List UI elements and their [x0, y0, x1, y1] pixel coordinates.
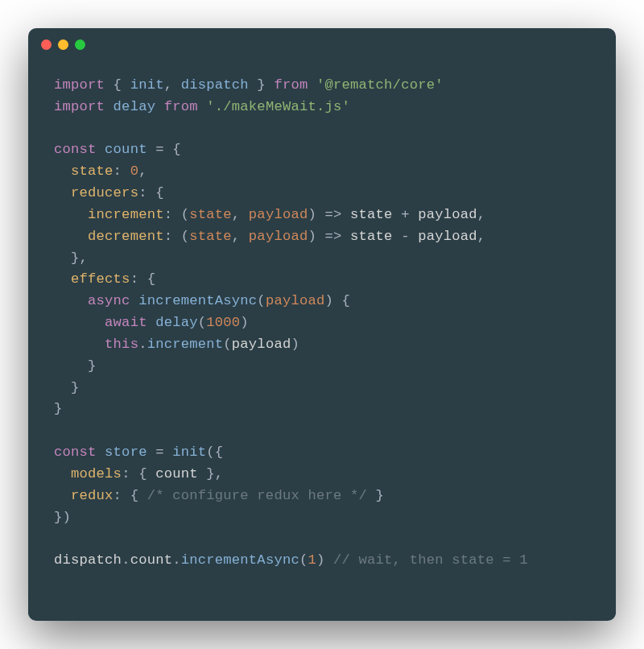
keyword-from: from	[274, 77, 308, 93]
param-payload: payload	[249, 207, 308, 222]
maximize-icon[interactable]	[75, 39, 85, 50]
comment: // wait, then state = 1	[333, 552, 528, 568]
call-incrementasync: incrementAsync	[181, 552, 299, 568]
close-icon[interactable]	[41, 39, 52, 50]
param-payload: payload	[266, 293, 325, 308]
property-reducers: reducers	[71, 185, 138, 200]
number-literal: 1	[308, 552, 316, 568]
keyword-await: await	[105, 315, 147, 330]
keyword-const: const	[54, 444, 97, 460]
keyword-const: const	[54, 142, 97, 157]
window-titlebar	[28, 28, 616, 60]
param-state: state	[189, 207, 232, 222]
comment: /* configure redux here */	[147, 488, 367, 503]
keyword-from: from	[164, 99, 198, 114]
call-increment: increment	[147, 337, 224, 352]
identifier-delay: delay	[114, 99, 156, 114]
minimize-icon[interactable]	[58, 39, 68, 50]
param-state: state	[189, 229, 232, 244]
code-window: import { init, dispatch } from '@rematch…	[28, 28, 616, 621]
call-delay: delay	[155, 315, 198, 330]
property-decrement: decrement	[88, 229, 164, 244]
keyword-import: import	[54, 99, 105, 114]
property-state: state	[71, 163, 114, 179]
keyword-async: async	[88, 293, 130, 308]
identifier-init: init	[130, 77, 164, 93]
string-literal: './makeMeWait.js'	[206, 99, 350, 114]
method-incrementasync: incrementAsync	[138, 293, 257, 308]
param-payload: payload	[249, 229, 308, 244]
number-literal: 1000	[206, 315, 240, 330]
keyword-import: import	[54, 77, 105, 93]
property-effects: effects	[71, 271, 130, 287]
property-redux: redux	[71, 488, 114, 503]
call-init: init	[172, 444, 206, 460]
number-literal: 0	[130, 163, 139, 179]
identifier-dispatch: dispatch	[181, 77, 249, 93]
identifier-count: count	[105, 142, 147, 157]
property-models: models	[71, 466, 122, 482]
keyword-this: this	[105, 337, 138, 352]
identifier-dispatch: dispatch	[54, 552, 122, 568]
string-literal: '@rematch/core'	[316, 77, 444, 93]
identifier-store: store	[105, 444, 147, 460]
property-increment: increment	[88, 207, 164, 222]
code-content: import { init, dispatch } from '@rematch…	[28, 60, 616, 596]
